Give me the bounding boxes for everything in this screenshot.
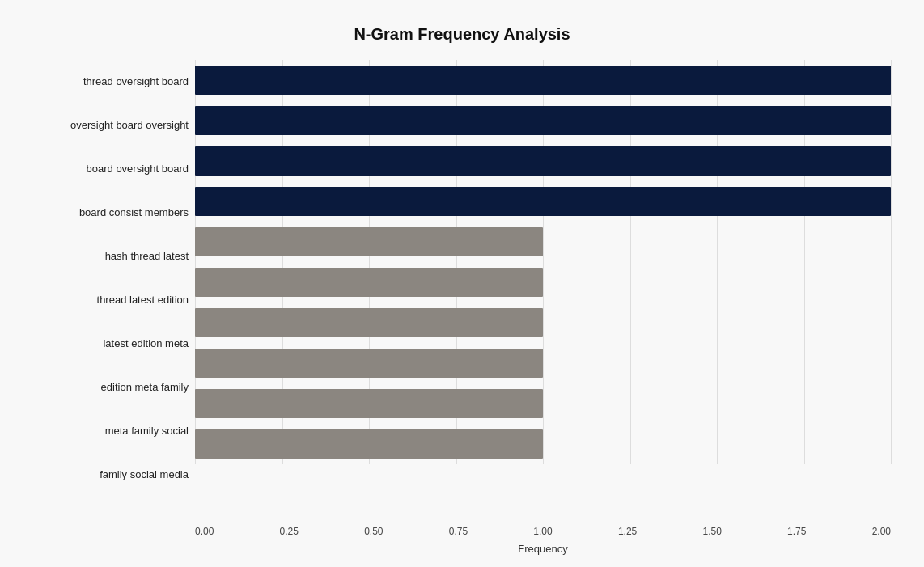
bars-wrapper: 0.000.250.500.751.001.251.501.752.00 Fre… [195,60,891,497]
y-label: meta family social [105,411,189,451]
chart-title: N-Gram Frequency Analysis [33,25,891,44]
bars-area [195,60,891,464]
y-labels: thread oversight boardoversight board ov… [33,60,195,497]
bar [195,146,891,176]
y-label: thread latest edition [97,280,189,320]
bar [195,429,543,459]
x-axis: 0.000.250.500.751.001.251.501.752.00 [195,526,891,537]
bar-row [195,383,891,424]
y-label: hash thread latest [105,236,189,277]
chart-area: thread oversight boardoversight board ov… [33,60,891,497]
bar [195,187,891,216]
bar [195,349,543,378]
bar-row [195,60,891,100]
y-label: latest edition meta [103,324,189,364]
y-label: thread oversight board [83,61,189,102]
y-label: family social media [100,455,189,495]
x-tick: 1.25 [618,526,637,537]
bar-row [195,141,891,181]
y-label: oversight board oversight [70,105,189,146]
y-label: board consist members [79,193,189,233]
x-tick: 0.75 [449,526,468,537]
bar [195,227,543,256]
bar-row [195,424,891,464]
chart-container: N-Gram Frequency Analysis thread oversig… [17,9,907,559]
bar [195,308,543,337]
bar-row [195,222,891,262]
x-tick: 2.00 [872,526,891,537]
x-tick: 1.50 [702,526,721,537]
bar [195,106,891,135]
bar-row [195,343,891,383]
bar [195,268,543,297]
x-tick: 1.00 [533,526,552,537]
bar [195,66,891,95]
bar-row [195,303,891,343]
bar-row [195,181,891,222]
x-tick: 0.00 [195,526,214,537]
bar [195,389,543,418]
bar-row [195,100,891,141]
bar-row [195,262,891,303]
x-tick: 0.50 [364,526,383,537]
grid-line [891,60,892,464]
x-tick: 1.75 [787,526,806,537]
x-tick: 0.25 [280,526,299,537]
y-label: edition meta family [101,367,189,408]
x-axis-label: Frequency [195,543,891,555]
y-label: board oversight board [87,149,189,189]
